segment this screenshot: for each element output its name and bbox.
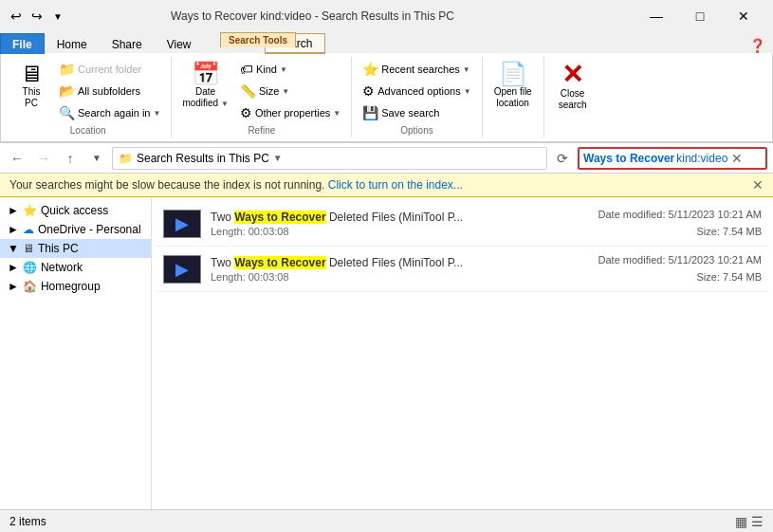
file-item-2[interactable]: ▶ Two Ways to Recover Deleted Files (Min… [156,247,769,292]
other-props-icon: ⚙ [240,105,252,120]
advanced-options-label: Advanced options [377,85,460,97]
close-search-icon: ✕ [561,62,583,88]
file-info-1: Two Ways to Recover Deleted Files (MiniT… [211,210,581,237]
tab-share[interactable]: Share [100,33,155,54]
sidebar-item-quick-access[interactable]: ► ⭐ Quick access [0,201,151,220]
search-again-label: Search again in [78,107,150,119]
open-file-location-button[interactable]: 📄 Open filelocation [488,59,538,112]
ribbon-body: 🖥 ThisPC 📁 Current folder 📂 All subfolde… [0,53,773,142]
breadcrumb[interactable]: 📁 Search Results in This PC ▼ [112,147,547,170]
current-folder-button[interactable]: 📁 Current folder [54,59,165,80]
breadcrumb-dropdown[interactable]: ▼ [273,153,283,163]
refine-group-label: Refine [177,123,345,136]
search-again-icon: 🔍 [59,105,75,120]
recent-searches-icon: ⭐ [362,62,378,77]
size-button[interactable]: 📏 Size ▼ [235,81,345,101]
sidebar-item-network[interactable]: ► 🌐 Network [0,258,151,277]
size-arrow: ▼ [282,87,289,96]
qa-undo[interactable]: ↩ [8,8,25,25]
quick-access-expand-icon: ► [8,204,19,217]
kind-button[interactable]: 🏷 Kind ▼ [235,59,345,80]
file-name-2: Two Ways to Recover Deleted Files (MiniT… [211,255,581,271]
search-clear-button[interactable]: ✕ [731,151,743,166]
file-length-2: Length: 00:03:08 [211,271,581,283]
warning-bar: Your searches might be slow because the … [0,174,773,197]
file-item-1[interactable]: ▶ Two Ways to Recover Deleted Files (Min… [156,201,769,247]
open-file-label: Open filelocation [494,86,532,109]
quick-access-label: Quick access [41,204,108,217]
warning-link[interactable]: Click to turn on the index... [328,178,463,192]
close-search-label: Closesearch [559,88,587,111]
onedrive-expand-icon: ► [8,223,19,236]
forward-button[interactable]: → [32,147,55,170]
save-search-button[interactable]: 💾 Save search [358,102,475,123]
search-box[interactable]: Ways to Recover kind:video ✕ [578,147,767,170]
video-file-icon-1: ▶ [175,213,189,234]
qa-dropdown[interactable]: ▼ [49,8,66,25]
date-modified-label: Datemodified ▼ [182,86,229,109]
network-label: Network [41,261,83,274]
maximize-button[interactable]: □ [678,4,722,28]
tab-view[interactable]: View [155,33,204,54]
warning-close-button[interactable]: ✕ [752,177,764,193]
quick-access-icon: ⭐ [23,204,37,217]
back-button[interactable]: ← [6,147,28,170]
file-list: ▶ Two Ways to Recover Deleted Files (Min… [152,197,773,509]
file-thumbnail-2: ▶ [163,255,201,284]
file-thumbnail-1: ▶ [163,210,201,238]
this-pc-button[interactable]: 🖥 ThisPC [10,59,52,112]
all-subfolders-label: All subfolders [78,85,140,97]
sidebar-item-onedrive[interactable]: ► ☁ OneDrive - Personal [0,220,151,239]
kind-icon: 🏷 [240,62,253,77]
network-expand-icon: ► [8,261,19,274]
other-properties-button[interactable]: ⚙ Other properties ▼ [235,102,345,123]
window-controls: — □ ✕ [635,4,765,28]
window-frame: ↩ ↪ ▼ Ways to Recover kind:video - Searc… [0,0,773,143]
this-pc-sidebar-expand-icon: ▼ [8,242,19,255]
kind-arrow: ▼ [280,65,287,74]
options-group-label: Options [358,123,475,136]
up-button[interactable]: ↑ [59,147,82,170]
file-meta-1: Date modified: 5/11/2023 10:21 AM Size: … [591,207,762,240]
search-again-button[interactable]: 🔍 Search again in ▼ [54,102,165,123]
onedrive-label: OneDrive - Personal [38,223,141,236]
ribbon-header: Search Tools File Home Share View Search… [0,32,773,142]
minimize-button[interactable]: — [635,4,678,28]
tab-home[interactable]: Home [45,33,100,54]
ribbon-group-close-search: ✕ Closesearch [544,57,601,138]
current-folder-label: Current folder [78,64,141,75]
file-name-highlight-1: Ways to Recover [234,211,325,224]
close-search-group-label [550,134,596,136]
close-search-button[interactable]: ✕ Closesearch [550,59,596,114]
advanced-options-button[interactable]: ⚙ Advanced options ▼ [358,81,475,101]
help-icon[interactable]: ❓ [749,38,773,53]
date-modified-icon: 📅 [192,62,220,86]
details-view-button[interactable]: ▦ [735,514,747,529]
sidebar-item-this-pc[interactable]: ▼ 🖥 This PC [0,239,151,258]
sidebar: ► ⭐ Quick access ► ☁ OneDrive - Personal… [0,197,152,509]
status-bar: 2 items ▦ ☰ [0,509,773,532]
title-bar: ↩ ↪ ▼ Ways to Recover kind:video - Searc… [0,0,773,32]
sidebar-item-homegroup[interactable]: ► 🏠 Homegroup [0,277,151,296]
close-search-items: ✕ Closesearch [550,59,596,134]
this-pc-icon: 🖥 [20,62,43,86]
date-modified-button[interactable]: 📅 Datemodified ▼ [177,59,233,112]
search-text-highlight: Ways to Recover [583,152,674,165]
tab-file[interactable]: File [0,33,45,54]
recent-locations-button[interactable]: ▼ [85,147,108,170]
file-size-2: Size: 7.54 MB [591,269,762,286]
file-date-2: Date modified: 5/11/2023 10:21 AM [591,252,762,269]
size-icon: 📏 [240,83,256,99]
list-view-button[interactable]: ☰ [751,514,764,529]
size-label: Size [259,85,279,97]
file-info-2: Two Ways to Recover Deleted Files (MiniT… [211,255,581,283]
all-subfolders-button[interactable]: 📂 All subfolders [54,81,165,101]
qa-redo[interactable]: ↪ [28,8,46,25]
close-button[interactable]: ✕ [722,4,765,28]
onedrive-icon: ☁ [23,223,34,236]
warning-text: Your searches might be slow because the … [9,178,463,192]
refresh-button[interactable]: ⟳ [551,147,574,170]
open-file-group-label [488,134,538,136]
ribbon-group-refine: 📅 Datemodified ▼ 🏷 Kind ▼ 📏 Size ▼ [172,57,352,138]
recent-searches-button[interactable]: ⭐ Recent searches ▼ [358,59,475,80]
